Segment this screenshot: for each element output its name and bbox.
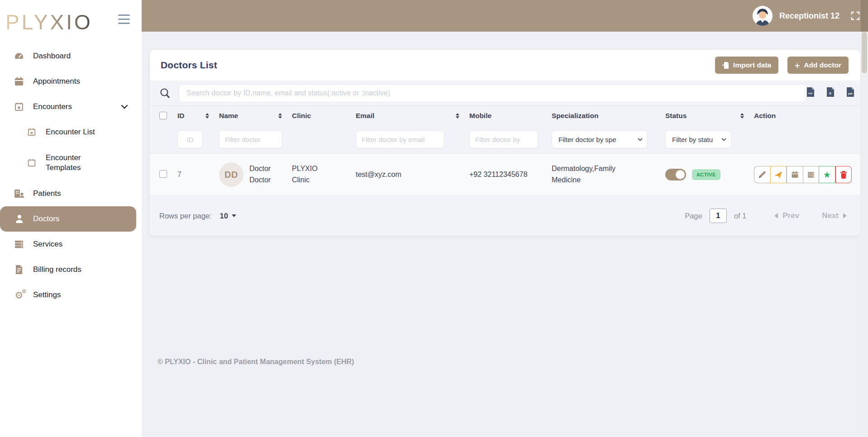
next-page-button[interactable]: Next — [822, 211, 847, 220]
paper-plane-icon — [774, 171, 782, 179]
import-data-button[interactable]: Import data — [715, 57, 778, 74]
pencil-icon — [758, 171, 766, 179]
gears-icon: ⚙⚙ — [13, 290, 25, 300]
sidebar-item-doctors[interactable]: Doctors — [0, 206, 136, 232]
scrollbar-thumb[interactable] — [862, 32, 867, 73]
sidebar-toggle-icon[interactable] — [118, 14, 130, 24]
user-name[interactable]: Receptionist 12 — [779, 11, 839, 21]
server-icon — [13, 239, 25, 249]
column-header-specialization[interactable]: Specialization — [552, 112, 598, 120]
sidebar-item-dashboard[interactable]: Dashboard — [0, 43, 142, 69]
trash-icon — [840, 171, 847, 179]
sidebar-item-label: Encounters — [33, 102, 72, 112]
schedule-button[interactable] — [787, 166, 803, 183]
sidebar-item-encounter-list[interactable]: Encounter List — [0, 119, 142, 145]
sidebar-item-label: Appointments — [33, 76, 80, 86]
column-header-action: Action — [754, 112, 776, 120]
column-header-mobile[interactable]: Mobile — [469, 112, 491, 120]
select-all-checkbox[interactable] — [159, 112, 167, 119]
filter-email-input[interactable] — [356, 130, 444, 148]
calendar-icon — [791, 171, 799, 179]
filter-name-input[interactable] — [219, 130, 282, 148]
sidebar-item-patients[interactable]: Patients — [0, 181, 142, 206]
sort-icon[interactable] — [205, 113, 209, 119]
send-button[interactable] — [770, 166, 787, 183]
chevron-down-icon — [638, 138, 643, 141]
action-button-group: ★ — [754, 166, 852, 183]
calendar-icon — [25, 158, 38, 167]
chevron-down-icon — [721, 138, 726, 141]
sort-icon[interactable] — [278, 113, 282, 119]
avatar[interactable] — [753, 6, 773, 26]
table-row: 7 DD Doctor Doctor PLYXIO Clinic test@xy… — [150, 153, 860, 196]
doctor-name: Doctor Doctor — [249, 163, 279, 186]
search-icon — [159, 87, 171, 99]
filter-mobile-input[interactable] — [469, 130, 538, 148]
export-excel-icon[interactable]: X — [826, 87, 834, 99]
doctors-list-card: Doctors List Import data + Add doctor — [150, 50, 860, 236]
filter-id-input[interactable] — [177, 130, 203, 148]
row-checkbox[interactable] — [159, 170, 167, 178]
prev-page-button[interactable]: Prev — [774, 211, 799, 220]
column-header-id[interactable]: ID — [177, 112, 185, 120]
sidebar-item-encounter-templates[interactable]: Encounter Templates — [0, 145, 142, 181]
caret-down-icon — [232, 214, 236, 217]
svg-text:X: X — [829, 91, 832, 95]
page-label: Page — [685, 212, 702, 220]
chevron-down-icon — [121, 102, 128, 111]
sidebar-item-encounters[interactable]: Encounters — [0, 94, 142, 119]
edit-button[interactable] — [754, 166, 770, 183]
prev-arrow-icon — [774, 213, 778, 218]
doctor-email: test@xyz.com — [356, 171, 469, 179]
server-icon — [807, 171, 815, 179]
footer-copyright: © PLYXIO - Clinic and Patient Management… — [157, 358, 354, 366]
export-pdf-icon[interactable]: pdf — [846, 87, 854, 99]
rows-per-page-label: Rows per page: — [159, 212, 212, 220]
favorite-button[interactable]: ★ — [819, 166, 835, 183]
sidebar-item-settings[interactable]: ⚙⚙ Settings — [0, 282, 142, 308]
page-of-label: of 1 — [734, 212, 747, 220]
column-header-email[interactable]: Email — [356, 112, 374, 120]
calendar-icon — [13, 76, 25, 86]
sidebar-item-label: Dashboard — [33, 51, 71, 61]
page-number-input[interactable] — [710, 209, 727, 223]
doctor-specialization: Dermatology,Family Medicine — [552, 163, 633, 186]
export-csv-icon[interactable]: csv — [806, 87, 814, 99]
app-logo: PLYXIO — [5, 10, 93, 34]
column-header-status[interactable]: Status — [665, 112, 687, 120]
status-toggle[interactable] — [665, 169, 686, 180]
search-input[interactable] — [179, 84, 806, 102]
page-scrollbar[interactable] — [861, 0, 868, 437]
sidebar-item-label: Encounter Templates — [46, 153, 95, 173]
filter-status-select[interactable]: Filter by statu — [665, 130, 731, 148]
sidebar-item-label: Encounter List — [46, 127, 95, 137]
services-button[interactable] — [803, 166, 819, 183]
sort-icon[interactable] — [456, 113, 459, 119]
sidebar-item-label: Services — [33, 239, 62, 249]
sort-icon[interactable] — [740, 113, 744, 119]
table-filter-row: Filter doctor by spe Filter by statu — [150, 125, 860, 153]
status-badge: ACTIVE — [692, 169, 720, 180]
rows-per-page-select[interactable]: 10 — [220, 212, 236, 220]
delete-button[interactable] — [835, 166, 852, 183]
hospital-user-icon — [13, 189, 25, 199]
file-invoice-icon — [13, 265, 25, 275]
sidebar-item-billing-records[interactable]: Billing records — [0, 257, 142, 282]
sidebar-item-label: Patients — [33, 189, 61, 199]
sidebar-item-services[interactable]: Services — [0, 232, 142, 257]
fullscreen-icon[interactable] — [851, 11, 860, 20]
doctor-initials-avatar: DD — [219, 162, 243, 187]
plus-icon: + — [795, 61, 800, 70]
column-header-clinic[interactable]: Clinic — [292, 112, 311, 120]
sidebar-item-appointments[interactable]: Appointments — [0, 69, 142, 94]
svg-text:pdf: pdf — [848, 92, 853, 95]
calendar-x-icon — [25, 128, 38, 137]
calendar-x-icon — [13, 102, 25, 112]
doctor-id: 7 — [177, 171, 219, 179]
add-doctor-button[interactable]: + Add doctor — [787, 57, 849, 74]
sidebar: PLYXIO Dashboard Appointments Encounters — [0, 0, 142, 437]
next-arrow-icon — [843, 213, 847, 218]
filter-specialization-select[interactable]: Filter doctor by spe — [552, 130, 648, 148]
column-header-name[interactable]: Name — [219, 112, 238, 120]
doctor-clinic: PLYXIO Clinic — [292, 163, 327, 186]
